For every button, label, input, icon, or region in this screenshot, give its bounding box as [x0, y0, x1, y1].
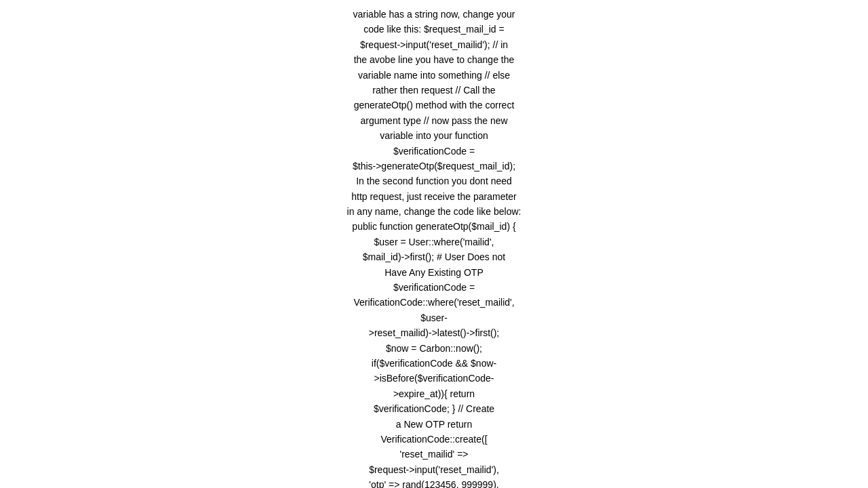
text-line-24: >isBefore($verificationCode- [347, 371, 521, 386]
text-line-10: $this->generateOtp($request_mail_id); [347, 159, 521, 174]
text-line-29: 'reset_mailid' => [347, 447, 521, 462]
text-line-3: the avobe line you have to change the [347, 52, 521, 67]
text-line-23: if($verificationCode && $now- [347, 356, 521, 371]
text-line-12: http request, just receive the parameter [347, 189, 521, 204]
text-line-31: 'otp' => rand(123456, 999999), [347, 477, 521, 488]
text-line-0: variable has a string now, change your [347, 7, 521, 22]
text-line-13: in any name, change the code like below: [347, 204, 521, 219]
text-line-2: $request->input('reset_mailid'); // in [347, 37, 521, 52]
text-line-6: generateOtp() method with the correct [347, 98, 521, 113]
text-line-25: >expire_at)){ return [347, 386, 521, 401]
text-line-19: VerificationCode::where('reset_mailid', [347, 295, 521, 310]
text-line-15: $user = User::where('mailid', [347, 235, 521, 249]
text-line-5: rather then request // Call the [347, 83, 521, 98]
text-line-11: In the second function you dont need [347, 174, 521, 188]
text-line-21: >reset_mailid)->latest()->first(); [347, 325, 521, 340]
text-line-28: VerificationCode::create([ [347, 432, 521, 447]
text-line-18: $verificationCode = [347, 280, 521, 295]
text-line-26: $verificationCode; } // Create [347, 401, 521, 416]
text-line-9: $verificationCode = [347, 144, 521, 159]
text-line-7: argument type // now pass the new [347, 113, 521, 128]
text-line-30: $request->input('reset_mailid'), [347, 462, 521, 477]
text-line-27: a New OTP return [347, 417, 521, 432]
text-line-8: variable into your function [347, 128, 521, 143]
text-line-17: Have Any Existing OTP [347, 265, 521, 280]
text-line-22: $now = Carbon::now(); [347, 341, 521, 356]
text-line-14: public function generateOtp($mail_id) { [347, 219, 521, 234]
text-line-16: $mail_id)->first(); # User Does not [347, 249, 521, 264]
text-line-20: $user- [347, 310, 521, 325]
text-line-1: code like this: $request_mail_id = [347, 22, 521, 37]
main-content: variable has a string now, change yourco… [0, 0, 868, 488]
code-explanation-block: variable has a string now, change yourco… [347, 7, 521, 488]
text-line-4: variable name into something // else [347, 68, 521, 83]
